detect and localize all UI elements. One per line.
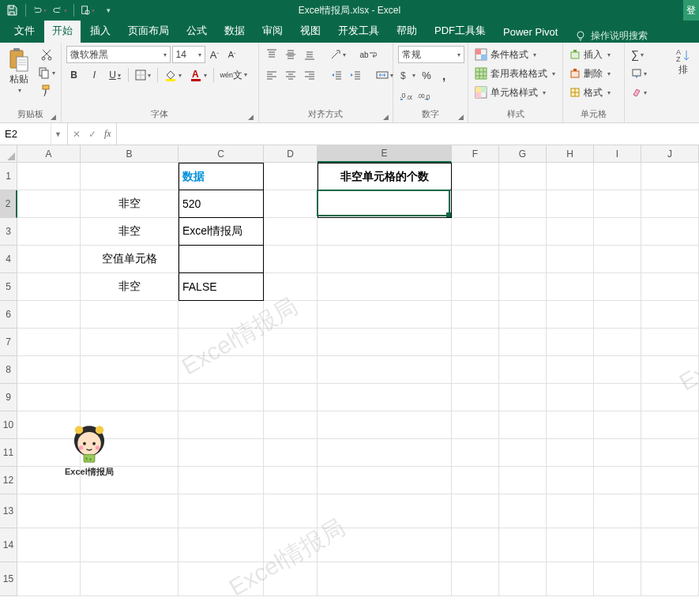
cell-E13[interactable]: [318, 494, 452, 528]
tab-insert[interactable]: 插入: [82, 19, 118, 43]
cell-J13[interactable]: [641, 494, 699, 528]
cell-H7[interactable]: [547, 329, 594, 356]
cell-J10[interactable]: [641, 411, 699, 439]
row-header[interactable]: 12: [0, 467, 17, 494]
launcher-icon[interactable]: ◢: [247, 113, 255, 121]
cell-D14[interactable]: [264, 528, 318, 562]
cell-F8[interactable]: [452, 356, 499, 384]
cell-J9[interactable]: [641, 384, 699, 411]
cell-F9[interactable]: [452, 384, 499, 411]
cell-G15[interactable]: [499, 562, 547, 596]
cell-H3[interactable]: [547, 218, 594, 246]
increase-decimal-button[interactable]: .0.00: [398, 87, 414, 104]
column-header[interactable]: I: [594, 145, 641, 163]
row-header[interactable]: 3: [0, 218, 17, 246]
row-header[interactable]: 6: [0, 301, 17, 329]
tab-pdf-tools[interactable]: PDF工具集: [427, 19, 494, 43]
cell-I10[interactable]: [594, 411, 641, 439]
cell-I8[interactable]: [594, 356, 641, 384]
delete-cells-button[interactable]: 删除: [568, 65, 622, 82]
enter-button[interactable]: ✓: [88, 129, 96, 140]
cell-D1[interactable]: [264, 163, 318, 190]
cell-F14[interactable]: [452, 528, 499, 562]
cell-G6[interactable]: [499, 301, 547, 329]
cell-I6[interactable]: [594, 301, 641, 329]
cell-B5[interactable]: 非空: [81, 273, 179, 301]
column-header[interactable]: B: [81, 145, 179, 163]
cell-E15[interactable]: [318, 562, 452, 596]
cell-C14[interactable]: [179, 528, 264, 562]
conditional-format-button[interactable]: 条件格式: [473, 46, 562, 63]
italic-button[interactable]: I: [87, 66, 103, 84]
cell-E8[interactable]: [318, 356, 452, 384]
phonetic-guide-button[interactable]: wén文: [219, 66, 250, 84]
cell-C5[interactable]: FALSE: [179, 273, 264, 301]
cell-I4[interactable]: [594, 246, 641, 273]
border-button[interactable]: [133, 66, 152, 84]
column-header[interactable]: J: [641, 145, 699, 163]
column-header[interactable]: E: [318, 145, 452, 163]
cell-H5[interactable]: [547, 273, 594, 301]
cell-F1[interactable]: [452, 163, 499, 190]
cell-D3[interactable]: [264, 218, 318, 246]
cell-H15[interactable]: [547, 562, 594, 596]
cell-F12[interactable]: [452, 467, 499, 494]
cell-D15[interactable]: [264, 562, 318, 596]
column-header[interactable]: G: [499, 145, 547, 163]
row-header[interactable]: 10: [0, 411, 17, 439]
cell-B4[interactable]: 空值单元格: [81, 246, 179, 273]
align-center-button[interactable]: [283, 66, 299, 84]
cell-J7[interactable]: [641, 329, 699, 356]
cell-D9[interactable]: [264, 384, 318, 411]
row-header[interactable]: 15: [0, 562, 17, 596]
row-header[interactable]: 1: [0, 163, 17, 190]
cell-I13[interactable]: [594, 494, 641, 528]
row-header[interactable]: 13: [0, 494, 17, 528]
cell-E7[interactable]: [318, 329, 452, 356]
cell-B7[interactable]: [81, 329, 179, 356]
orientation-button[interactable]: [329, 46, 348, 63]
cell-F2[interactable]: [452, 190, 499, 218]
cell-E12[interactable]: [318, 467, 452, 494]
cell-I7[interactable]: [594, 329, 641, 356]
cell-C10[interactable]: [179, 411, 264, 439]
increase-indent-button[interactable]: [348, 66, 363, 84]
cell-E4[interactable]: [318, 246, 452, 273]
cell-J1[interactable]: [641, 163, 699, 190]
cell-B9[interactable]: [81, 384, 179, 411]
cell-G4[interactable]: [499, 246, 547, 273]
cell-H6[interactable]: [547, 301, 594, 329]
tab-home[interactable]: 开始: [44, 19, 81, 43]
cell-D2[interactable]: [264, 190, 318, 218]
wrap-text-button[interactable]: ab: [359, 46, 378, 63]
cell-D13[interactable]: [264, 494, 318, 528]
insert-cells-button[interactable]: 插入: [568, 46, 622, 63]
cell-B1[interactable]: [81, 163, 179, 190]
cell-J11[interactable]: [641, 439, 699, 467]
cell-I2[interactable]: [594, 190, 641, 218]
cell-E1[interactable]: 非空单元格的个数: [318, 163, 452, 190]
cell-A13[interactable]: [17, 494, 81, 528]
cell-F7[interactable]: [452, 329, 499, 356]
cell-D4[interactable]: [264, 246, 318, 273]
cell-E6[interactable]: [318, 301, 452, 329]
cell-B2[interactable]: 非空: [81, 190, 179, 218]
format-cells-button[interactable]: 格式: [568, 84, 622, 101]
column-header[interactable]: C: [179, 145, 264, 163]
cut-button[interactable]: [36, 46, 57, 63]
login-button[interactable]: 登: [683, 0, 699, 21]
cell-D7[interactable]: [264, 329, 318, 356]
align-bottom-button[interactable]: [302, 46, 318, 63]
cell-E2[interactable]: [318, 190, 452, 218]
cell-I9[interactable]: [594, 384, 641, 411]
cell-C12[interactable]: [179, 467, 264, 494]
cell-A14[interactable]: [17, 528, 81, 562]
cell-D12[interactable]: [264, 467, 318, 494]
cell-A4[interactable]: [17, 246, 81, 273]
cell-G8[interactable]: [499, 356, 547, 384]
format-as-table-button[interactable]: 套用表格格式: [473, 65, 562, 82]
tell-me-search[interactable]: 操作说明搜索: [575, 29, 648, 43]
cell-A8[interactable]: [17, 356, 81, 384]
cell-G14[interactable]: [499, 528, 547, 562]
cell-B3[interactable]: 非空: [81, 218, 179, 246]
